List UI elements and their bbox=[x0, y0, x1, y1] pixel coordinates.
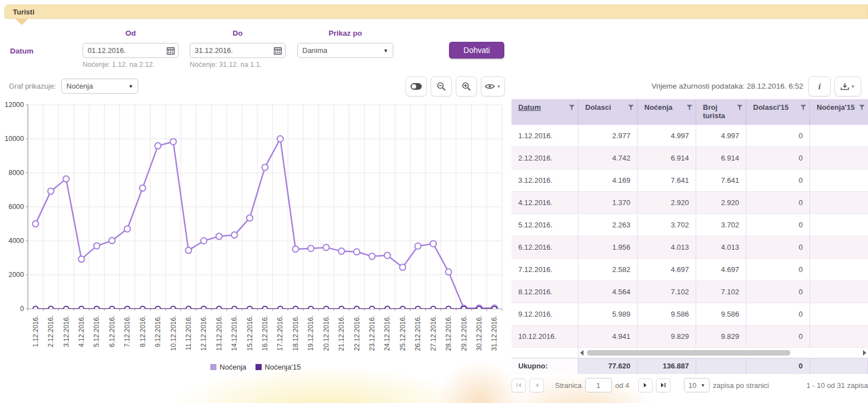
table-cell[interactable]: 1.12.2016. bbox=[512, 125, 578, 147]
data-point[interactable] bbox=[415, 243, 421, 249]
data-point[interactable] bbox=[492, 307, 497, 312]
table-cell[interactable]: 9.829 bbox=[638, 326, 696, 348]
table-cell[interactable]: 4.564 bbox=[578, 281, 638, 303]
horizontal-scrollbar[interactable] bbox=[578, 348, 868, 358]
prikaz-po-select[interactable]: Danima ▼ bbox=[297, 43, 393, 58]
scroll-thumb[interactable] bbox=[587, 350, 790, 356]
data-point[interactable] bbox=[369, 253, 375, 259]
data-point[interactable] bbox=[263, 307, 268, 312]
table-cell[interactable]: 7.641 bbox=[696, 169, 746, 192]
data-point[interactable] bbox=[339, 248, 345, 254]
data-point[interactable] bbox=[185, 247, 191, 254]
data-point[interactable] bbox=[293, 307, 298, 312]
column-header-5[interactable]: Dolasci'15 bbox=[746, 99, 810, 125]
data-point[interactable] bbox=[216, 234, 222, 240]
data-point[interactable] bbox=[64, 307, 69, 312]
first-page-button[interactable] bbox=[512, 378, 526, 392]
table-cell[interactable]: 7.12.2016. bbox=[512, 259, 578, 281]
table-cell[interactable] bbox=[810, 169, 868, 192]
table-cell[interactable]: 6.12.2016. bbox=[512, 236, 578, 259]
data-point[interactable] bbox=[262, 164, 268, 171]
data-point[interactable] bbox=[308, 307, 314, 312]
table-cell[interactable]: 2.263 bbox=[578, 214, 638, 236]
date-to-input[interactable] bbox=[190, 46, 271, 55]
table-cell[interactable]: 5.12.2016. bbox=[512, 214, 578, 236]
data-point[interactable] bbox=[369, 307, 374, 312]
data-point[interactable] bbox=[109, 237, 115, 244]
zoom-out-button[interactable] bbox=[431, 76, 452, 96]
table-cell[interactable]: 0 bbox=[746, 281, 810, 303]
table-cell[interactable]: 4.12.2016. bbox=[512, 192, 578, 214]
table-cell[interactable] bbox=[810, 303, 868, 326]
data-point[interactable] bbox=[140, 307, 145, 312]
table-cell[interactable]: 0 bbox=[746, 147, 810, 169]
data-point[interactable] bbox=[446, 307, 451, 312]
data-point[interactable] bbox=[247, 215, 253, 221]
table-cell[interactable]: 4.742 bbox=[578, 147, 638, 169]
export-dropdown-button[interactable]: ▼ bbox=[835, 76, 861, 96]
prev-page-button[interactable] bbox=[529, 378, 544, 392]
data-point[interactable] bbox=[431, 307, 436, 312]
table-cell[interactable]: 4.013 bbox=[638, 236, 696, 259]
data-point[interactable] bbox=[292, 246, 298, 252]
table-cell[interactable]: 4.697 bbox=[638, 259, 696, 281]
table-cell[interactable]: 0 bbox=[746, 259, 810, 281]
data-point[interactable] bbox=[232, 307, 237, 312]
table-cell[interactable]: 0 bbox=[746, 326, 810, 348]
scroll-right-icon[interactable] bbox=[863, 350, 866, 356]
column-header-6[interactable]: Noćenja'15 bbox=[810, 99, 868, 125]
data-point[interactable] bbox=[399, 264, 406, 270]
data-point[interactable] bbox=[156, 307, 161, 312]
table-cell[interactable] bbox=[810, 214, 868, 236]
data-point[interactable] bbox=[323, 244, 329, 250]
filter-icon[interactable] bbox=[859, 105, 865, 111]
legend-item[interactable]: Noćenja bbox=[210, 363, 247, 371]
table-cell[interactable]: 9.586 bbox=[638, 303, 696, 326]
series-0[interactable] bbox=[32, 136, 498, 312]
date-from-input[interactable] bbox=[83, 46, 163, 55]
data-point[interactable] bbox=[63, 176, 69, 182]
calendar-icon[interactable] bbox=[163, 43, 178, 57]
table-cell[interactable]: 0 bbox=[746, 303, 810, 326]
data-point[interactable] bbox=[49, 307, 54, 312]
table-cell[interactable] bbox=[810, 192, 868, 214]
chart-canvas[interactable]: 0200040006000800010000120001.12.2016.2.1… bbox=[4, 100, 507, 360]
graf-prikazuje-select[interactable]: Noćenja ▼ bbox=[61, 79, 138, 94]
data-point[interactable] bbox=[446, 269, 452, 275]
table-cell[interactable]: 10.12.2016. bbox=[512, 326, 578, 348]
data-point[interactable] bbox=[339, 307, 344, 312]
filter-icon[interactable] bbox=[569, 105, 575, 111]
table-cell[interactable] bbox=[810, 147, 868, 169]
table-cell[interactable]: 8.12.2016. bbox=[512, 281, 578, 303]
table-cell[interactable]: 0 bbox=[746, 192, 810, 214]
legend-item[interactable]: Noćenja'15 bbox=[255, 363, 301, 371]
table-cell[interactable]: 4.169 bbox=[578, 169, 638, 192]
table-cell[interactable] bbox=[810, 236, 868, 259]
data-point[interactable] bbox=[308, 245, 314, 251]
dohvati-button[interactable]: Dohvati bbox=[449, 42, 504, 59]
table-cell[interactable]: 6.914 bbox=[696, 147, 746, 169]
data-point[interactable] bbox=[109, 307, 114, 312]
filter-icon[interactable] bbox=[801, 105, 806, 111]
data-point[interactable] bbox=[48, 188, 54, 195]
table-cell[interactable]: 5.989 bbox=[578, 303, 638, 326]
data-point[interactable] bbox=[94, 307, 99, 312]
data-point[interactable] bbox=[232, 232, 238, 238]
data-point[interactable] bbox=[186, 307, 191, 312]
filter-icon[interactable] bbox=[737, 105, 742, 111]
data-point[interactable] bbox=[170, 139, 176, 145]
data-point[interactable] bbox=[94, 243, 100, 249]
table-cell[interactable]: 4.697 bbox=[696, 259, 746, 281]
data-point[interactable] bbox=[139, 185, 146, 191]
table-cell[interactable]: 3.12.2016. bbox=[512, 169, 578, 192]
data-point[interactable] bbox=[125, 307, 130, 312]
data-point[interactable] bbox=[354, 249, 360, 255]
table-cell[interactable]: 9.829 bbox=[696, 326, 746, 348]
table-cell[interactable]: 3.702 bbox=[638, 214, 696, 236]
data-point[interactable] bbox=[384, 253, 390, 259]
table-cell[interactable]: 2.977 bbox=[578, 125, 638, 147]
table-cell[interactable] bbox=[810, 326, 868, 348]
table-cell[interactable]: 2.582 bbox=[578, 259, 638, 281]
data-point[interactable] bbox=[201, 238, 207, 244]
column-header-1[interactable]: Datum bbox=[512, 99, 578, 125]
